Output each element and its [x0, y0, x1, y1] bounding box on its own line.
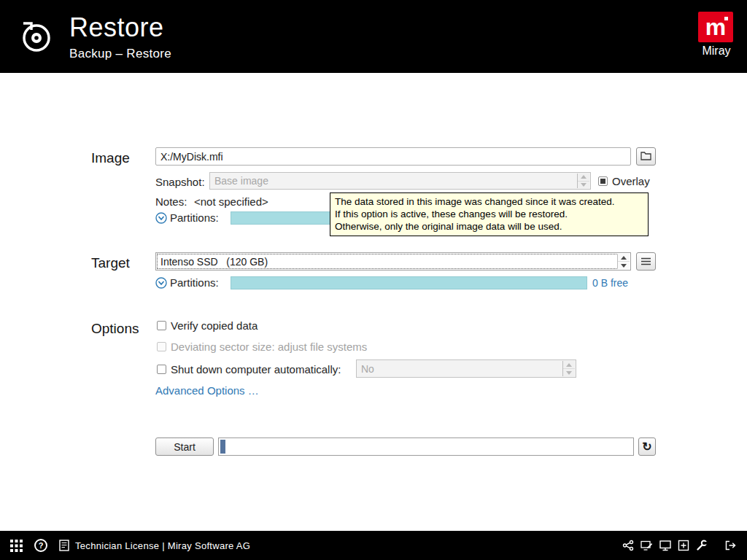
exit-icon[interactable]	[724, 540, 737, 551]
image-section-label: Image	[91, 150, 130, 166]
sector-size-checkbox	[157, 342, 166, 351]
add-window-icon[interactable]	[678, 540, 689, 551]
progress-bar	[218, 438, 634, 456]
main-content: Image Snapshot: Base image Overlay Notes…	[0, 73, 747, 531]
progress-fill	[220, 440, 225, 454]
app-window: Restore Backup – Restore m Miray Image S…	[0, 0, 747, 560]
image-path-input[interactable]	[155, 147, 631, 166]
page-title: Restore	[69, 12, 171, 43]
monitor-icon[interactable]	[659, 540, 671, 551]
snapshot-value: Base image	[214, 175, 268, 187]
license-doc-icon	[59, 540, 69, 551]
verify-data-checkbox[interactable]	[157, 321, 166, 330]
snapshot-label: Snapshot:	[155, 176, 205, 189]
footer: ? Technician License | Miray Software AG	[0, 531, 747, 560]
share-icon[interactable]	[622, 540, 634, 551]
target-partitions-label: Partitions:	[170, 276, 219, 289]
notes-value: <not specified>	[194, 195, 268, 209]
advanced-options-link[interactable]: Advanced Options …	[155, 384, 259, 397]
miray-brand: m Miray	[698, 12, 735, 58]
target-device-value: Intenso SSD (120 GB)	[160, 256, 268, 268]
overlay-label: Overlay	[612, 175, 650, 188]
brand-letter: m	[705, 15, 726, 39]
list-icon	[641, 256, 651, 268]
refresh-icon: ↻	[642, 440, 651, 454]
help-icon[interactable]: ?	[34, 539, 47, 552]
spinner-arrows-icon[interactable]	[617, 254, 630, 269]
shutdown-checkbox[interactable]	[157, 365, 166, 374]
free-space-text: 0 B free	[592, 277, 628, 289]
footer-tools	[622, 540, 737, 551]
verify-data-label: Verify copied data	[171, 319, 258, 332]
target-partition-bar[interactable]	[231, 276, 587, 289]
overlay-checkbox[interactable]	[598, 176, 608, 186]
brand-dot	[724, 17, 728, 20]
shutdown-value: No	[361, 363, 374, 375]
options-section-label: Options	[91, 321, 139, 337]
image-partitions-label: Partitions:	[170, 211, 219, 225]
snapshot-select: Base image	[209, 172, 591, 190]
brand-name: Miray	[698, 44, 735, 58]
folder-icon	[640, 151, 651, 163]
start-button[interactable]: Start	[155, 438, 214, 456]
shutdown-select: No	[356, 359, 576, 378]
spinner-arrows-icon	[577, 174, 589, 188]
license-text: Technician License | Miray Software AG	[75, 540, 250, 551]
tooltip-line: The data stored in this image was change…	[335, 195, 643, 208]
browse-folder-button[interactable]	[636, 147, 656, 166]
miray-logo-icon: m	[698, 12, 733, 42]
target-partitions-expander-icon[interactable]	[155, 277, 167, 289]
target-device-select[interactable]: Intenso SSD (120 GB)	[155, 252, 631, 271]
spinner-arrows-icon	[562, 361, 575, 376]
overlay-tooltip: The data stored in this image was change…	[330, 192, 649, 236]
edit-display-icon[interactable]	[640, 540, 653, 551]
tooltip-line: Otherwise, only the original image data …	[335, 220, 643, 233]
restore-disk-icon	[18, 19, 54, 55]
wrench-icon[interactable]	[696, 540, 708, 551]
page-subtitle: Backup – Restore	[69, 47, 171, 61]
shutdown-label: Shut down computer automatically:	[171, 363, 341, 376]
refresh-button[interactable]: ↻	[638, 438, 656, 456]
header: Restore Backup – Restore m Miray	[0, 0, 747, 73]
tooltip-line: If this option is active, these changes …	[335, 208, 643, 220]
image-partitions-expander-icon[interactable]	[155, 212, 167, 224]
sector-size-label: Deviating sector size: adjust file syste…	[171, 341, 367, 354]
title-block: Restore Backup – Restore	[69, 12, 171, 61]
target-section-label: Target	[91, 255, 130, 271]
menu-grid-icon[interactable]	[10, 540, 23, 552]
help-glyph: ?	[39, 541, 44, 550]
device-list-button[interactable]	[636, 252, 656, 271]
notes-label: Notes:	[155, 195, 187, 209]
